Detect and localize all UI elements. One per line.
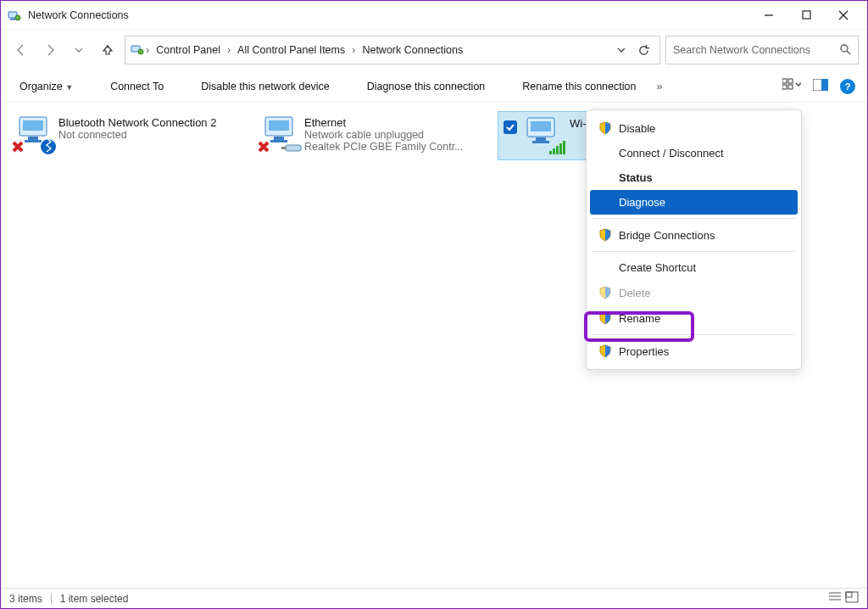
shield-icon [598,228,612,242]
network-adapter-icon [257,115,304,155]
status-bar: 3 items 1 item selected [1,588,867,608]
svg-rect-1 [10,19,15,20]
svg-rect-35 [559,143,562,154]
svg-rect-18 [23,120,43,131]
svg-rect-11 [782,79,787,83]
search-icon[interactable] [839,43,851,58]
connection-item-bluetooth[interactable]: Bluetooth Network Connection 2 Not conne… [6,111,252,159]
separator [592,251,796,252]
maximize-button[interactable] [787,3,825,28]
ctx-label: Status [619,171,653,184]
svg-rect-31 [532,141,549,143]
breadcrumb[interactable]: › Control Panel › All Control Panel Item… [125,36,660,64]
refresh-button[interactable] [632,39,654,61]
search-input[interactable] [673,44,839,56]
svg-point-9 [841,45,848,52]
title-bar: Network Connections [1,1,867,30]
ctx-label: Bridge Connections [619,229,715,242]
rename-connection-button[interactable]: Rename this connection [512,75,646,98]
breadcrumb-item[interactable]: All Control Panel Items [232,41,350,59]
minimize-button[interactable] [750,3,787,28]
svg-rect-13 [782,85,787,89]
location-icon [131,42,144,59]
forward-button[interactable] [38,38,62,62]
svg-rect-4 [803,11,810,19]
svg-rect-34 [556,146,559,154]
ctx-diagnose[interactable]: Diagnose [590,190,798,215]
svg-rect-27 [281,147,287,149]
ctx-label: Delete [619,287,651,299]
connect-to-button[interactable]: Connect To [100,75,174,98]
close-button[interactable] [825,3,862,28]
shield-icon [598,286,612,299]
overflow-button[interactable]: » [646,75,672,98]
app-icon [8,8,21,22]
svg-point-2 [15,15,20,20]
ctx-status[interactable]: Status [590,165,798,190]
diagnose-connection-button[interactable]: Diagnose this connection [357,75,496,98]
ctx-bridge-connections[interactable]: Bridge Connections [590,222,798,248]
chevron-right-icon[interactable]: › [225,44,232,56]
chevron-right-icon[interactable]: › [350,44,357,56]
view-options-button[interactable] [782,78,801,94]
command-bar: Organize ▼ Connect To Disable this netwo… [1,70,867,103]
ctx-label: Connect / Disconnect [619,147,724,159]
chevron-right-icon[interactable]: › [144,44,151,56]
connection-item-ethernet[interactable]: Ethernet Network cable unplugged Realtek… [252,111,498,159]
ctx-delete: Delete [590,280,798,305]
ctx-label: Diagnose [619,196,665,209]
ctx-create-shortcut[interactable]: Create Shortcut [590,255,798,280]
large-icons-view-button[interactable] [845,591,859,606]
breadcrumb-item[interactable]: Network Connections [357,41,468,59]
selected-check-icon [504,120,517,134]
help-button[interactable]: ? [840,79,855,94]
window-title: Network Connections [28,9,750,21]
svg-rect-12 [788,79,793,83]
context-menu: Disable Connect / Disconnect Status Diag… [586,109,802,370]
up-button[interactable] [96,38,120,62]
svg-point-8 [138,49,143,54]
svg-rect-20 [25,140,42,142]
shield-icon [598,311,612,325]
connection-name: Bluetooth Network Connection 2 [58,116,216,129]
disable-device-button[interactable]: Disable this network device [191,75,339,98]
ctx-connect-disconnect[interactable]: Connect / Disconnect [590,141,798,165]
svg-rect-29 [531,121,551,131]
svg-rect-16 [821,79,828,91]
ctx-disable[interactable]: Disable [590,115,798,141]
svg-rect-33 [553,148,555,154]
network-adapter-icon [11,115,58,155]
separator [592,218,796,219]
ctx-label: Properties [619,345,669,358]
svg-rect-26 [286,145,301,151]
svg-rect-32 [549,151,552,154]
history-dropdown[interactable] [610,39,632,61]
nav-bar: › Control Panel › All Control Panel Item… [1,30,867,70]
ctx-label: Rename [619,312,660,325]
svg-rect-14 [788,85,793,89]
chevron-down-icon: ▼ [65,83,73,92]
recent-dropdown[interactable] [67,38,91,62]
details-view-button[interactable] [828,591,842,606]
svg-rect-25 [270,140,287,142]
breadcrumb-item[interactable]: Control Panel [151,41,225,59]
connection-status: Network cable unplugged [304,129,464,141]
svg-rect-41 [846,592,852,597]
svg-rect-19 [28,137,38,140]
search-box[interactable] [665,36,859,64]
back-button[interactable] [9,38,33,62]
ctx-rename[interactable]: Rename [590,305,798,331]
connection-detail: Realtek PCIe GBE Family Contr... [304,141,464,153]
svg-rect-36 [563,141,565,154]
svg-rect-24 [274,137,284,140]
preview-pane-button[interactable] [813,79,828,93]
svg-rect-23 [269,120,289,131]
item-count: 3 items [9,593,52,605]
content-area: Bluetooth Network Connection 2 Not conne… [1,103,867,588]
separator [592,334,796,335]
svg-line-10 [847,51,850,54]
organize-button[interactable]: Organize ▼ [9,75,83,98]
shield-icon [598,121,612,135]
ctx-label: Create Shortcut [619,261,696,274]
ctx-properties[interactable]: Properties [590,338,798,364]
